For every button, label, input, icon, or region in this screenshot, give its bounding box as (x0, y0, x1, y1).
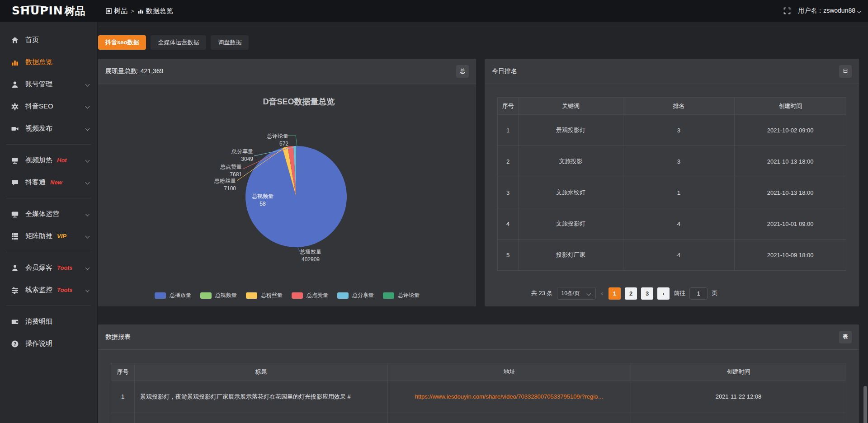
chevron-down-icon (85, 266, 90, 270)
sidebar-item-account[interactable]: 账号管理 (0, 73, 97, 95)
pie-chart-area: D音SEO数据量总览 总评论量 572 总分享量 3049 总点赞量 7681 … (98, 85, 476, 306)
ranking-panel-header: 今日排名 日 (485, 59, 859, 84)
legend-swatch (292, 292, 303, 299)
vertical-scrollbar[interactable] (863, 386, 867, 423)
page-button-3[interactable]: 3 (641, 287, 653, 300)
legend-swatch (200, 292, 212, 299)
legend-item-shares[interactable]: 总分享量 (337, 291, 374, 299)
sidebar-item-home[interactable]: 首页 (0, 29, 97, 51)
page-button-2[interactable]: 2 (625, 287, 637, 300)
sidebar-item-help[interactable]: ? 操作说明 (0, 333, 97, 355)
next-page-button[interactable]: › (657, 287, 670, 300)
legend-item-videos[interactable]: 总视频量 (200, 291, 237, 299)
header-divider (99, 27, 868, 27)
day-toggle-button[interactable]: 日 (839, 65, 852, 78)
tab-omnimedia-data[interactable]: 全媒体运营数据 (151, 35, 206, 50)
pie-label-shares: 总分享量 3049 (212, 148, 253, 163)
sidebar-item-data-overview[interactable]: 数据总览 (0, 51, 97, 73)
prev-page-button[interactable]: ‹ (600, 290, 605, 297)
sidebar-item-label: 数据总览 (25, 58, 52, 66)
tools-badge: Tools (57, 264, 72, 271)
gear-icon (11, 103, 19, 111)
grid-icon (11, 232, 19, 240)
page-button-1[interactable]: 1 (609, 287, 621, 300)
breadcrumb-current[interactable]: 数据总览 (137, 7, 173, 15)
chevron-down-icon (85, 104, 90, 109)
sidebar-item-video-heat[interactable]: 视频加热 Hot (0, 149, 97, 171)
pie-label-comments: 总评论量 572 (248, 132, 288, 148)
chart-panel-header: 展现量总数: 421,369 总 (98, 59, 476, 84)
table-row: 1 景观投影灯，夜游景观投影灯厂家展示展示落花灯在花园里的灯光投影应用效果 # … (111, 381, 846, 413)
today-ranking-panel: 今日排名 日 序号 关键词 排名 创建时间 (485, 59, 859, 306)
sidebar-item-label: 视频发布 (25, 124, 52, 133)
chevron-down-icon (85, 82, 90, 87)
table-row: 3文旅水纹灯12021-10-13 18:00 (498, 177, 846, 208)
goto-page-input[interactable] (689, 287, 708, 300)
sidebar-item-video-publish[interactable]: 视频发布 (0, 118, 97, 140)
sidebar-item-member-leads[interactable]: 会员爆客 Tools (0, 257, 97, 279)
table-toggle-button[interactable]: 表 (839, 331, 852, 343)
legend-item-fans[interactable]: 总粉丝量 (246, 291, 283, 299)
fullscreen-icon[interactable] (783, 7, 791, 14)
impressions-total: 展现量总数: 421,369 (105, 67, 163, 75)
legend-item-likes[interactable]: 总点赞量 (292, 291, 328, 299)
svg-text:?: ? (14, 341, 16, 346)
pie-label-fans: 总粉丝量 7100 (195, 177, 236, 193)
legend-swatch (155, 292, 166, 299)
sidebar-item-douyin-seo[interactable]: 抖音SEO (0, 95, 97, 118)
home-icon (11, 36, 19, 44)
pie-label-videos: 总视频量 58 (242, 193, 283, 208)
legend-item-plays[interactable]: 总播放量 (155, 291, 191, 299)
sidebar-item-consumption[interactable]: 消费明细 (0, 310, 97, 333)
chart-title: D音SEO数据量总览 (263, 96, 335, 107)
sidebar-item-label: 全媒体运营 (25, 210, 59, 218)
sidebar-item-label: 视频加热 (25, 156, 52, 164)
page-size-select[interactable]: 10条/页 (557, 287, 596, 300)
sidebar-item-clue-monitor[interactable]: 线索监控 Tools (0, 279, 97, 301)
user-menu[interactable]: 用户名：zswodun88 (798, 7, 862, 15)
tab-inquiry-data[interactable]: 询盘数据 (211, 35, 249, 50)
video-camera-icon (11, 125, 19, 133)
sidebar-item-label: 消费明细 (25, 317, 52, 326)
hot-badge: Hot (57, 157, 67, 164)
video-title-cell: 景观投影灯，夜游景观投影灯厂家展示展示落花灯在花园里的灯光投影应用效果 # (135, 381, 388, 413)
sliders-icon (11, 286, 19, 294)
video-link[interactable]: https://www.iesdouyin.com/share/video/70… (388, 381, 631, 413)
sidebar-item-label: 矩阵助推 (25, 232, 52, 240)
sidebar: 首页 数据总览 账号管理 抖音SEO 视频发布 视频加热 Hot (0, 22, 98, 423)
bar-chart-icon (11, 58, 19, 66)
chevron-down-icon (85, 180, 90, 185)
bar-chart-icon (137, 8, 144, 14)
chevron-down-icon (85, 288, 90, 292)
sidebar-item-douketong[interactable]: 抖客通 New (0, 171, 97, 193)
legend-item-comments[interactable]: 总评论量 (383, 291, 420, 299)
logo-text-cn: 树品 (65, 4, 85, 18)
ranking-table-wrap: 序号 关键词 排名 创建时间 1景观投影灯32021-10-02 09:00 2… (497, 97, 846, 271)
chevron-down-icon (85, 158, 90, 163)
top-bar: SHUPIN 树品 树品 > 数据总览 用户名：zswodun88 (0, 0, 868, 22)
total-toggle-button[interactable]: 总 (456, 65, 469, 78)
sidebar-divider (6, 144, 91, 145)
report-table-wrap: 序号 标题 地址 创建时间 1 景观投影灯，夜游景观投影灯厂家展示展示落花灯在花… (111, 363, 846, 423)
data-report-panel: 数据报表 表 序号 标题 地址 创建时间 (98, 324, 859, 423)
person-icon (11, 264, 19, 272)
main-content: 抖音seo数据 全媒体运营数据 询盘数据 展现量总数: 421,369 总 D音… (98, 22, 868, 423)
app-root: SHUPIN 树品 树品 > 数据总览 用户名：zswodun88 首 (0, 0, 868, 423)
pagination: 共 23 条 10条/页 ‹ 1 2 3 › 前往 页 (437, 287, 811, 300)
sidebar-item-omnimedia[interactable]: 全媒体运营 (0, 203, 97, 225)
goto-suffix: 页 (712, 289, 717, 297)
chevron-down-icon (857, 9, 862, 13)
col-created: 创建时间 (735, 98, 846, 115)
sidebar-item-matrix-boost[interactable]: 矩阵助推 VIP (0, 225, 97, 247)
app-logo[interactable]: SHUPIN 树品 (0, 4, 98, 18)
new-badge: New (50, 179, 62, 186)
sidebar-divider (6, 306, 91, 306)
col-rank: 排名 (623, 98, 735, 115)
col-keyword: 关键词 (519, 98, 623, 115)
tab-douyin-seo-data[interactable]: 抖音seo数据 (98, 35, 146, 50)
table-row-partial (111, 413, 846, 423)
legend-swatch (246, 292, 257, 299)
wallet-icon (11, 318, 19, 326)
legend-swatch (337, 292, 349, 299)
breadcrumb-root[interactable]: 树品 (106, 7, 127, 15)
